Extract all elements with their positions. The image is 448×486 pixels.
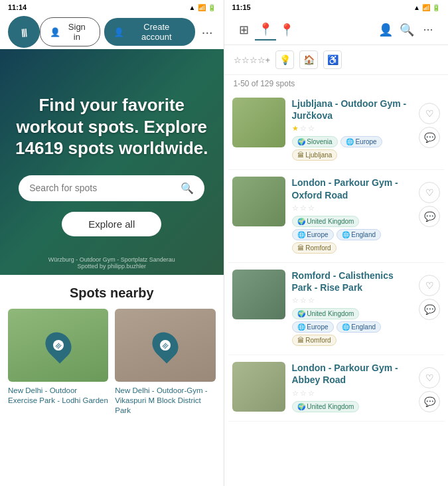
like-button-2[interactable]: ♡ <box>419 182 440 203</box>
signin-label: Sign in <box>64 22 90 42</box>
like-button-3[interactable]: ♡ <box>419 275 440 296</box>
search-icon-button[interactable]: 🔍 <box>181 182 194 195</box>
tag-europe-1: 🌐 Europe <box>340 136 382 147</box>
right-more-icon: ··· <box>423 23 433 37</box>
heart-icon-1: ♡ <box>425 108 434 119</box>
nav-compare-button[interactable]: ⊞ <box>234 19 255 40</box>
right-top-bar: ⊞ 📍 📍 👤 🔍 ··· <box>224 15 449 45</box>
search-bar: 🔍 <box>19 175 204 201</box>
spot-item-3[interactable]: Romford - Calisthenics Park - Rise Park … <box>228 263 445 355</box>
spots-nearby-title: Spots nearby <box>8 285 216 301</box>
left-panel: 11:14 ▲ 📶 🔋 ||| 👤 Sign in 👤 Create accou… <box>0 0 224 486</box>
nearby-card-1[interactable]: ||| New Delhi - Outdoor Exercise Park - … <box>8 309 108 416</box>
filter-accessibility-button[interactable]: ♿ <box>323 50 342 69</box>
nav-location-active-button[interactable]: 📍 <box>255 19 276 40</box>
location-active-icon: 📍 <box>258 22 273 37</box>
spot-tags-2b: 🌐 Europe 🌐 England <box>292 229 413 240</box>
app-logo: ||| <box>8 16 40 48</box>
left-status-icons: ▲ 📶 🔋 <box>189 4 216 11</box>
filter-bulb-button[interactable]: 💡 <box>275 50 294 69</box>
star-3-2: ☆ <box>300 296 307 305</box>
spot-thumb-1 <box>232 98 285 147</box>
star-2-1: ☆ <box>292 204 299 212</box>
left-top-bar: ||| 👤 Sign in 👤 Create account ··· <box>0 15 224 49</box>
spot-tags-1: 🌍 Slovenia 🌐 Europe <box>292 136 413 147</box>
nearby-card-2[interactable]: ||| New Delhi - Outdoor-Gym - Vikaspuri … <box>115 309 215 416</box>
comment-icon-3: 💬 <box>424 304 435 315</box>
comment-icon-2: 💬 <box>424 211 435 222</box>
signin-button[interactable]: 👤 Sign in <box>40 17 100 46</box>
create-account-label: Create account <box>127 22 186 42</box>
tag-england-2: 🌐 England <box>336 229 381 240</box>
user-icon: 👤 <box>50 27 60 37</box>
comment-button-2[interactable]: 💬 <box>419 206 440 227</box>
hero-section: Find your favorite workout spots. Explor… <box>0 49 224 275</box>
spot-thumb-4 <box>232 362 285 412</box>
spots-nearby-section: Spots nearby ||| New Delhi - Outdoor Exe… <box>0 275 224 421</box>
spot-tags-1b: 🏛 Ljubljana <box>292 149 413 161</box>
create-account-button[interactable]: 👤 Create account <box>104 18 195 46</box>
tag-uk-2: 🌍 United Kingdom <box>292 216 360 227</box>
accessibility-icon: ♿ <box>327 54 338 65</box>
nearby-card-title-1: New Delhi - Outdoor Exercise Park - Lodh… <box>8 386 108 406</box>
right-search-icon: 🔍 <box>400 23 414 37</box>
nav-more-button[interactable]: ··· <box>417 19 439 40</box>
profile-icon: 👤 <box>378 23 393 37</box>
comment-icon-1: 💬 <box>424 132 435 143</box>
comment-button-3[interactable]: 💬 <box>419 299 440 320</box>
more-button[interactable]: ··· <box>199 22 216 42</box>
explore-all-button[interactable]: Explore all <box>62 212 161 236</box>
map-pin-inner-1: ||| <box>53 340 64 351</box>
search-input[interactable] <box>29 183 181 193</box>
star-1-2: ☆ <box>300 124 307 133</box>
star-4-3: ☆ <box>308 389 315 398</box>
spot-tags-3b: 🌐 Europe 🌐 England <box>292 321 413 333</box>
compare-icon: ⊞ <box>239 23 249 37</box>
bulb-icon: 💡 <box>279 54 291 65</box>
spot-stars-4: ☆ ☆ ☆ <box>292 389 413 398</box>
map-pin-inner-2: ||| <box>160 340 171 351</box>
spot-actions-1: ♡ 💬 <box>419 103 440 148</box>
spot-tags-3: 🌍 United Kingdom <box>292 308 413 319</box>
spot-tags-2c: 🏛 Romford <box>292 242 413 254</box>
map-pin-icon-2: ||| <box>147 327 183 363</box>
star-2-3: ☆ <box>308 204 315 212</box>
nearby-img-1: ||| <box>8 309 108 382</box>
gym-icon-2: ||| <box>161 341 169 349</box>
nav-location-button[interactable]: 📍 <box>276 19 297 40</box>
spot-item-1[interactable]: Ljubljana - Outdoor Gym - Jurčkova ★ ☆ ☆… <box>228 91 445 170</box>
spot-tags-3c: 🏛 Romford <box>292 335 413 346</box>
tag-romford-2: 🏛 Romford <box>292 242 336 254</box>
hero-caption-text: Würzburg - Outdoor Gym - Sportplatz Sand… <box>48 256 175 270</box>
home-icon: 🏠 <box>303 54 315 65</box>
like-button-1[interactable]: ♡ <box>419 103 440 124</box>
filter-bar: ☆☆☆☆+ 💡 🏠 ♿ <box>224 45 449 75</box>
nearby-img-2: ||| <box>115 309 215 382</box>
nav-profile-button[interactable]: 👤 <box>375 19 396 40</box>
comment-button-4[interactable]: 💬 <box>419 391 440 412</box>
star-1-1: ★ <box>292 124 299 133</box>
location-icon: 📍 <box>279 23 294 37</box>
spot-name-4: London - Parkour Gym - Abbey Road <box>292 362 413 386</box>
tag-europe-2: 🌐 Europe <box>292 229 334 240</box>
comment-icon-4: 💬 <box>424 396 435 407</box>
tag-europe-3: 🌐 Europe <box>292 321 334 333</box>
create-user-icon: 👤 <box>113 27 124 37</box>
explore-label: Explore all <box>88 218 135 230</box>
star-1-3: ☆ <box>308 124 315 133</box>
like-button-4[interactable]: ♡ <box>419 367 440 388</box>
spot-name-2: London - Parkour Gym - Oxford Road <box>292 177 413 201</box>
spot-actions-4: ♡ 💬 <box>419 367 440 412</box>
comment-button-1[interactable]: 💬 <box>419 127 440 148</box>
spot-item-2[interactable]: London - Parkour Gym - Oxford Road ☆ ☆ ☆… <box>228 170 445 262</box>
nav-search-button[interactable]: 🔍 <box>396 19 417 40</box>
hero-title: Find your favorite workout spots. Explor… <box>13 94 210 159</box>
right-wifi-icon: ▲ <box>413 4 420 11</box>
spot-item-4[interactable]: London - Parkour Gym - Abbey Road ☆ ☆ ☆ … <box>228 355 445 421</box>
signal-icon: 📶 <box>198 4 206 11</box>
spot-thumb-2 <box>232 177 285 226</box>
filter-rating: ☆☆☆☆+ <box>234 55 271 65</box>
nearby-cards: ||| New Delhi - Outdoor Exercise Park - … <box>8 309 216 416</box>
filter-home-button[interactable]: 🏠 <box>299 50 318 69</box>
star-2-2: ☆ <box>300 204 307 212</box>
